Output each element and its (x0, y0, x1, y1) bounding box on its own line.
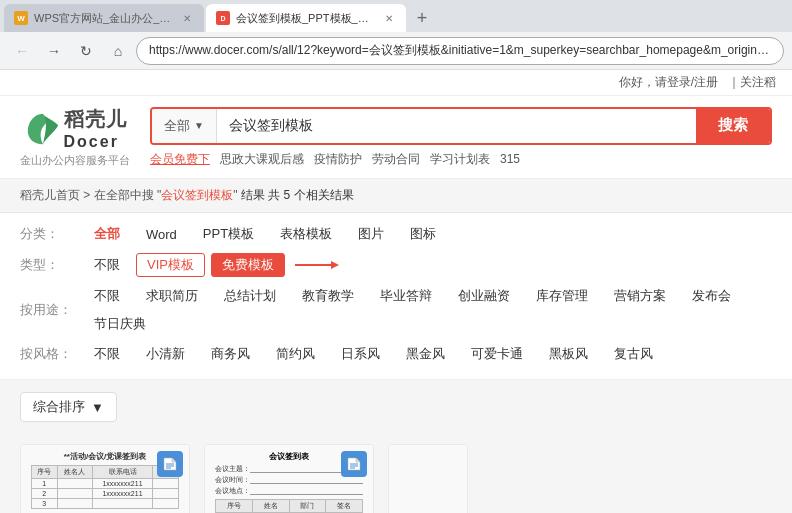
form-label-1: 会议主题： (215, 464, 250, 474)
filter-usage-job[interactable]: 求职简历 (136, 285, 208, 307)
breadcrumb-keyword: 会议签到模板 (161, 188, 233, 202)
filter-category-all[interactable]: 全部 (84, 223, 130, 245)
filter-type-items: 不限 VIP模板 免费模板 (84, 253, 339, 277)
filter-category-image[interactable]: 图片 (348, 223, 394, 245)
hint-tag-4[interactable]: 学习计划表 (430, 151, 490, 168)
filter-usage-edu[interactable]: 教育教学 (292, 285, 364, 307)
filter-category-ppt[interactable]: PPT模板 (193, 223, 264, 245)
breadcrumb-bar: 稻壳儿首页 > 在全部中搜 "会议签到模板" 结果 共 5 个相关结果 (0, 179, 792, 213)
filter-usage-marketing[interactable]: 营销方案 (604, 285, 676, 307)
tab-docer[interactable]: D 会议签到模板_PPT模板_word文档... ✕ (206, 4, 406, 32)
form-line-2 (250, 476, 363, 484)
filter-area: 分类： 全部 Word PPT模板 表格模板 图片 图标 类型： 不限 VIP模… (0, 213, 792, 380)
form-row-3: 会议地点： (215, 486, 363, 496)
back-button[interactable]: ← (8, 37, 36, 65)
forward-button[interactable]: → (40, 37, 68, 65)
search-input[interactable] (217, 109, 696, 143)
table-row: 1 1xxxxxxx211 (31, 479, 178, 489)
result-card-3[interactable] (388, 444, 468, 513)
filter-style-minimal[interactable]: 小清新 (136, 343, 195, 365)
filter-category-icon[interactable]: 图标 (400, 223, 446, 245)
filter-style-business[interactable]: 商务风 (201, 343, 260, 365)
filter-style-blackboard[interactable]: 黑板风 (539, 343, 598, 365)
arrow-indicator-icon (295, 259, 339, 271)
filter-row-style: 按风格： 不限 小清新 商务风 简约风 日系风 黑金风 可爱卡通 黑板风 复古风 (20, 343, 772, 365)
breadcrumb-result-count: 结果 共 5 个相关结果 (241, 188, 354, 202)
sort-bar: 综合排序 ▼ (0, 380, 792, 434)
browser-tabs: W WPS官方网站_金山办公_办公软件 ✕ D 会议签到模板_PPT模板_wor… (0, 0, 792, 32)
new-tab-button[interactable]: + (408, 4, 436, 32)
card-1-corner-icon (157, 451, 183, 477)
filter-style-japanese[interactable]: 日系风 (331, 343, 390, 365)
search-area: 全部 ▼ 搜索 会员免费下 思政大课观后感 疫情防护 劳动合同 学习计划表 31… (150, 107, 772, 168)
tab-wps-icon: W (14, 11, 28, 25)
tab-docer-icon: D (216, 11, 230, 25)
filter-style-dark[interactable]: 黑金风 (396, 343, 455, 365)
col-header-phone: 联系电话 (92, 466, 153, 479)
filter-type-free[interactable]: 免费模板 (211, 253, 285, 277)
filter-style-retro[interactable]: 复古风 (604, 343, 663, 365)
breadcrumb-sep1: > (83, 188, 93, 202)
col-header-num: 序号 (31, 466, 57, 479)
tab-docer-label: 会议签到模板_PPT模板_word文档... (236, 11, 376, 26)
filter-usage-unlimited[interactable]: 不限 (84, 285, 130, 307)
table-row: 2 1xxxxxxx211 (31, 489, 178, 499)
filter-usage-holiday[interactable]: 节日庆典 (84, 313, 156, 335)
notify-greeting[interactable]: 你好，请登录/注册 (619, 74, 718, 91)
refresh-button[interactable]: ↻ (72, 37, 100, 65)
filter-row-usage: 按用途： 不限 求职简历 总结计划 教育教学 毕业答辩 创业融资 库存管理 营销… (20, 285, 772, 335)
notify-bar: 你好，请登录/注册 ｜关注稻 (0, 70, 792, 96)
tab-docer-close[interactable]: ✕ (382, 11, 396, 25)
search-button[interactable]: 搜索 (696, 109, 770, 143)
card-2-corner-icon (341, 451, 367, 477)
search-type-selector[interactable]: 全部 ▼ (152, 109, 217, 143)
col-header-name: 姓名人 (57, 466, 92, 479)
filter-usage-graduate[interactable]: 毕业答辩 (370, 285, 442, 307)
logo-sub: 金山办公内容服务平台 (20, 153, 130, 168)
filter-type-vip[interactable]: VIP模板 (136, 253, 205, 277)
hint-free-link[interactable]: 会员免费下 (150, 151, 210, 168)
hint-num: 315 (500, 152, 520, 166)
filter-type-unlimited[interactable]: 不限 (84, 254, 130, 276)
breadcrumb-home[interactable]: 稻壳儿首页 (20, 188, 80, 202)
home-button[interactable]: ⌂ (104, 37, 132, 65)
filter-style-unlimited[interactable]: 不限 (84, 343, 130, 365)
filter-row-type: 类型： 不限 VIP模板 免费模板 (20, 253, 772, 277)
url-bar[interactable]: https://www.docer.com/s/all/12?keyword=会… (136, 37, 784, 65)
url-text: https://www.docer.com/s/all/12?keyword=会… (149, 42, 771, 59)
filter-usage-summary[interactable]: 总结计划 (214, 285, 286, 307)
filter-category-label: 分类： (20, 225, 72, 243)
filter-usage-inventory[interactable]: 库存管理 (526, 285, 598, 307)
filter-category-word[interactable]: Word (136, 225, 187, 244)
logo-link[interactable]: 稻壳儿 Docer 金山办公内容服务平台 (20, 106, 130, 168)
form-row-2: 会议时间： (215, 475, 363, 485)
word-doc-icon-2 (346, 456, 362, 472)
filter-style-simple[interactable]: 简约风 (266, 343, 325, 365)
filter-style-cute[interactable]: 可爱卡通 (461, 343, 533, 365)
breadcrumb-quote-close: " (233, 188, 237, 202)
filter-style-items: 不限 小清新 商务风 简约风 日系风 黑金风 可爱卡通 黑板风 复古风 (84, 343, 663, 365)
card-3-preview (389, 445, 467, 513)
search-type-label: 全部 (164, 117, 190, 135)
card-2-table: 序号 姓名 部门 签名 1 (215, 499, 363, 513)
tab-wps-close[interactable]: ✕ (180, 11, 194, 25)
result-card-1[interactable]: **活动/会议/党课签到表 序号 姓名人 联系电话 签名 1 (20, 444, 190, 513)
tab-wps-label: WPS官方网站_金山办公_办公软件 (34, 11, 174, 26)
logo-en: Docer (64, 133, 127, 151)
breadcrumb-search-in: 在全部中搜 (94, 188, 154, 202)
filter-usage-startup[interactable]: 创业融资 (448, 285, 520, 307)
sort-label: 综合排序 (33, 398, 85, 416)
hint-tag-3[interactable]: 劳动合同 (372, 151, 420, 168)
filter-usage-launch[interactable]: 发布会 (682, 285, 741, 307)
hint-tag-1[interactable]: 思政大课观后感 (220, 151, 304, 168)
filter-category-table[interactable]: 表格模板 (270, 223, 342, 245)
hint-tag-2[interactable]: 疫情防护 (314, 151, 362, 168)
filter-usage-label: 按用途： (20, 301, 72, 319)
notify-follow[interactable]: ｜关注稻 (728, 74, 776, 91)
tab-wps[interactable]: W WPS官方网站_金山办公_办公软件 ✕ (4, 4, 204, 32)
form-label-2: 会议时间： (215, 475, 250, 485)
sort-dropdown[interactable]: 综合排序 ▼ (20, 392, 117, 422)
result-card-2[interactable]: 会议签到表 会议主题： 会议时间： 会议地点： 序号 (204, 444, 374, 513)
filter-type-label: 类型： (20, 256, 72, 274)
search-hints: 会员免费下 思政大课观后感 疫情防护 劳动合同 学习计划表 315 (150, 151, 772, 168)
